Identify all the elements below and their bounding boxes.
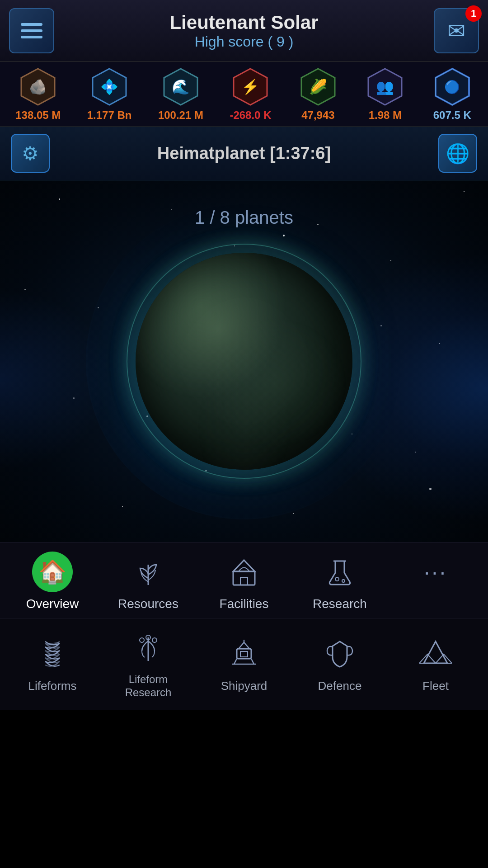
header-center: Lieutenant Solar High score ( 9 ) [169, 12, 318, 50]
shipyard-icon-wrap [224, 634, 264, 675]
svg-marker-23 [239, 642, 249, 649]
minerals-value: 138.05 M [15, 109, 61, 122]
resource-crystals[interactable]: 💠 1.177 Bn [87, 66, 132, 122]
nav-lifeform-research[interactable]: LifeformResearch [112, 628, 184, 699]
planet-bar: ⚙ Heimatplanet [1:37:6] 🌐 [0, 127, 488, 180]
nav-shipyard[interactable]: Shipyard [208, 634, 280, 693]
nav-shipyard-label: Shipyard [221, 679, 267, 693]
food-value: 47,943 [301, 109, 334, 122]
lifeforms-icon-wrap [32, 634, 73, 675]
menu-button[interactable] [9, 8, 54, 53]
settings-icon: ⚙ [22, 142, 39, 165]
lifeform-research-icon-wrap [128, 628, 169, 669]
energy-value: -268.0 K [230, 109, 271, 122]
resource-gas[interactable]: 🌊 100.21 M [158, 66, 203, 122]
nav-more[interactable]: ··· more [399, 552, 472, 611]
defence-icon [324, 638, 356, 670]
resources-icon-wrap [128, 552, 169, 592]
research-value: 607.5 K [433, 109, 471, 122]
defence-icon-wrap [319, 634, 360, 675]
player-name: Lieutenant Solar [169, 12, 318, 33]
resources-icon [132, 556, 164, 588]
gas-hex: 🌊 [160, 66, 201, 107]
svg-rect-28 [240, 651, 248, 657]
crystals-icon: 💠 [100, 78, 118, 95]
nav-lifeforms-label: Lifeforms [28, 679, 77, 693]
svg-rect-11 [240, 577, 248, 585]
research-nav-icon-wrap [319, 552, 360, 592]
more-icon-wrap: ··· [415, 552, 456, 592]
population-hex: 👥 [365, 66, 405, 107]
resource-population[interactable]: 👥 1.98 M [365, 66, 405, 122]
research-hex: 🔵 [432, 66, 473, 107]
nav-facilities[interactable]: Facilities [208, 552, 280, 611]
nav-overview-label: Overview [26, 597, 79, 611]
nav-lifeform-research-label: LifeformResearch [125, 673, 172, 699]
facilities-icon-wrap [224, 552, 264, 592]
planet-sphere[interactable] [136, 253, 352, 470]
mail-button[interactable]: ✉ 1 [434, 8, 479, 53]
planet-name: Heimatplanet [1:37:6] [157, 144, 331, 163]
nav-fleet[interactable]: Fleet [399, 634, 472, 693]
mail-icon: ✉ [447, 18, 465, 43]
nav-research[interactable]: Research [304, 552, 376, 611]
resource-minerals[interactable]: 🪨 138.05 M [15, 66, 61, 122]
svg-point-14 [342, 580, 345, 582]
gas-value: 100.21 M [158, 109, 203, 122]
nav-defence[interactable]: Defence [304, 634, 376, 693]
overview-icon: 🏠 [32, 552, 73, 592]
svg-point-19 [140, 638, 144, 642]
crystals-value: 1.177 Bn [87, 109, 132, 122]
nav-research-label: Research [313, 597, 367, 611]
svg-line-26 [251, 659, 254, 664]
food-hex: 🌽 [298, 66, 338, 107]
svg-marker-10 [233, 560, 255, 571]
crystals-hex: 💠 [89, 66, 130, 107]
svg-rect-9 [233, 571, 255, 585]
nav-overview[interactable]: 🏠 Overview [16, 552, 89, 611]
bottom-nav-secondary: Lifeforms LifeformResearch [0, 618, 488, 710]
resource-research[interactable]: 🔵 607.5 K [432, 66, 473, 122]
gas-icon: 🌊 [172, 78, 190, 95]
energy-icon: ⚡ [241, 78, 259, 95]
svg-point-13 [335, 577, 339, 581]
svg-point-20 [152, 638, 157, 642]
lifeforms-icon [36, 638, 69, 670]
research-nav-icon [324, 556, 356, 588]
fleet-icon-wrap [415, 634, 456, 675]
facilities-icon [228, 556, 260, 588]
fleet-icon [419, 638, 452, 670]
population-icon: 👥 [376, 78, 394, 95]
shipyard-icon [228, 638, 260, 670]
planet-settings-button[interactable]: ⚙ [11, 134, 50, 173]
header: Lieutenant Solar High score ( 9 ) ✉ 1 [0, 0, 488, 62]
high-score: High score ( 9 ) [169, 33, 318, 50]
resource-energy[interactable]: ⚡ -268.0 K [230, 66, 271, 122]
nav-facilities-label: Facilities [220, 597, 269, 611]
menu-icon [21, 23, 42, 38]
nav-fleet-label: Fleet [422, 679, 449, 693]
lifeform-research-icon [132, 632, 164, 665]
nav-resources[interactable]: Resources [112, 552, 184, 611]
mail-badge: 1 [465, 5, 482, 22]
nav-lifeforms[interactable]: Lifeforms [16, 634, 89, 693]
overview-icon-wrap: 🏠 [32, 552, 73, 592]
nav-resources-label: Resources [118, 597, 178, 611]
minerals-hex: 🪨 [18, 66, 58, 107]
globe-icon: 🌐 [446, 142, 469, 165]
population-value: 1.98 M [369, 109, 402, 122]
resource-food[interactable]: 🌽 47,943 [298, 66, 338, 122]
minerals-icon: 🪨 [29, 78, 47, 95]
food-icon: 🌽 [309, 78, 327, 95]
planet-view[interactable]: 1 / 8 planets [0, 180, 488, 542]
energy-hex: ⚡ [230, 66, 271, 107]
planet-globe-button[interactable]: 🌐 [438, 134, 477, 173]
resources-bar: 🪨 138.05 M 💠 1.177 Bn 🌊 100.21 M ⚡ -268.… [0, 62, 488, 127]
bottom-nav-primary: 🏠 Overview Resources [0, 542, 488, 618]
svg-line-25 [234, 659, 237, 664]
more-icon: ··· [424, 560, 447, 585]
nav-defence-label: Defence [318, 679, 362, 693]
svg-marker-29 [424, 642, 447, 663]
research-icon: 🔵 [444, 80, 460, 94]
